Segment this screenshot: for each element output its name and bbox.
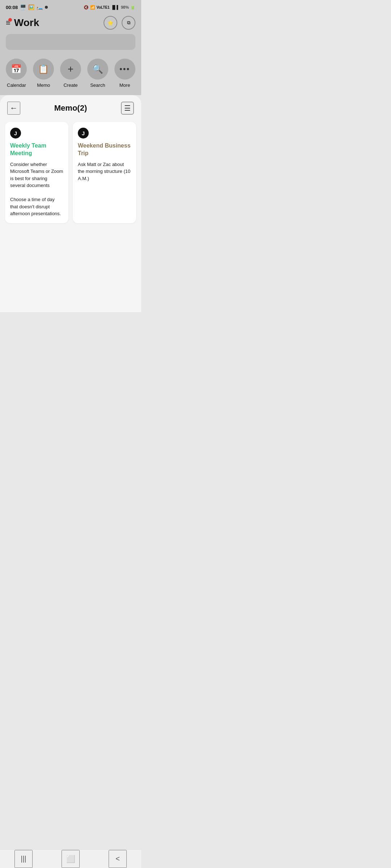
- more-icon-circle: •••: [114, 59, 135, 80]
- memo-icon-circle: 📋: [33, 59, 54, 80]
- action-memo[interactable]: 📋 Memo: [33, 59, 54, 88]
- memo-card-title-1: Weekly Team Meeting: [10, 142, 63, 157]
- memo-card-2[interactable]: J Weekend Business Trip Ask Matt or Zac …: [73, 122, 136, 223]
- star-button[interactable]: ⭐: [104, 16, 117, 30]
- memo-panel-title: Memo(2): [54, 103, 87, 113]
- memo-header: ← Memo(2) ☰: [0, 95, 141, 119]
- lte-indicator: VoLTE1: [97, 5, 110, 9]
- status-bar: 00:08 🖥️ 🖼️ 🛏️ 🔇 📶 VoLTE1 ▐▌▌ 98% 🔋: [0, 0, 141, 13]
- search-icon: 🔍: [92, 64, 103, 74]
- menu-button[interactable]: ≡: [6, 19, 10, 27]
- calendar-icon: 📅: [11, 64, 22, 74]
- search-label: Search: [90, 82, 105, 88]
- create-icon-circle: +: [60, 59, 81, 80]
- memo-card-title-2: Weekend Business Trip: [78, 142, 131, 157]
- more-icon: •••: [119, 64, 130, 74]
- memo-avatar-1: J: [10, 128, 21, 139]
- back-arrow-icon: ←: [10, 103, 18, 113]
- search-bar-area: [0, 34, 141, 56]
- more-label: More: [119, 82, 130, 88]
- memo-card-1[interactable]: J Weekly Team Meeting Consider whether M…: [5, 122, 68, 223]
- action-search[interactable]: 🔍 Search: [87, 59, 108, 88]
- notification-dot: [8, 18, 12, 22]
- action-create[interactable]: + Create: [60, 59, 81, 88]
- main-card: ← Memo(2) ☰ J Weekly Team Meeting Consid…: [0, 95, 141, 312]
- quick-actions: 📅 Calendar 📋 Memo + Create 🔍 Search ••• …: [0, 56, 141, 95]
- chat-button[interactable]: ⧉: [122, 16, 135, 30]
- chat-icon: ⧉: [127, 20, 130, 26]
- status-time: 00:08 🖥️ 🖼️ 🛏️: [6, 4, 48, 10]
- calendar-label: Calendar: [7, 82, 26, 88]
- create-label: Create: [63, 82, 77, 88]
- memo-card-body-1: Consider whether Microsoft Teams or Zoom…: [10, 161, 63, 217]
- signal-icon: ▐▌▌: [111, 5, 119, 9]
- star-icon: ⭐: [108, 20, 114, 26]
- header-left: ≡ Work: [6, 17, 39, 29]
- memo-card-body-2: Ask Matt or Zac about the morning struct…: [78, 161, 131, 182]
- status-icons-right: 🔇 📶 VoLTE1 ▐▌▌ 98% 🔋: [84, 5, 135, 10]
- list-view-icon: ☰: [124, 104, 131, 112]
- time-display: 00:08: [6, 5, 18, 10]
- page-title: Work: [14, 17, 39, 29]
- battery-level: 98%: [121, 5, 129, 9]
- memo-grid: J Weekly Team Meeting Consider whether M…: [0, 119, 141, 229]
- memo-label: Memo: [37, 82, 50, 88]
- header-right: ⭐ ⧉: [104, 16, 135, 30]
- memo-view-button[interactable]: ☰: [121, 102, 134, 115]
- search-icon-circle: 🔍: [87, 59, 108, 80]
- wifi-icon: 📶: [90, 5, 95, 10]
- create-icon: +: [68, 63, 73, 75]
- top-header: ≡ Work ⭐ ⧉: [0, 13, 141, 34]
- memo-icon: 📋: [38, 64, 49, 74]
- memo-avatar-2: J: [78, 128, 89, 139]
- search-bar-placeholder[interactable]: [6, 34, 135, 50]
- action-calendar[interactable]: 📅 Calendar: [6, 59, 27, 88]
- action-more[interactable]: ••• More: [114, 59, 135, 88]
- mute-icon: 🔇: [84, 5, 89, 10]
- memo-back-button[interactable]: ←: [7, 102, 20, 115]
- calendar-icon-circle: 📅: [6, 59, 27, 80]
- battery-icon: 🔋: [130, 5, 135, 10]
